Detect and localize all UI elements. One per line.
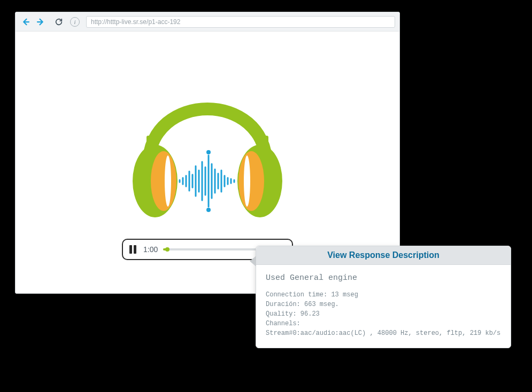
popover-title: View Response Description [256, 246, 511, 265]
resp-line: Channels: [266, 319, 501, 328]
resp-line: Connection time: 13 mseg [266, 290, 501, 300]
resp-line: Quality: 96.23 [266, 309, 501, 319]
pause-button[interactable] [129, 245, 138, 254]
engine-line: Used General engine [266, 272, 501, 285]
svg-point-26 [206, 150, 211, 154]
progress-thumb[interactable] [165, 247, 169, 252]
svg-point-5 [244, 155, 250, 207]
svg-point-2 [165, 155, 171, 207]
back-button[interactable] [20, 16, 32, 28]
progress-bar[interactable] [163, 248, 269, 250]
info-icon[interactable]: i [70, 17, 80, 27]
forward-button[interactable] [35, 16, 47, 28]
svg-rect-6 [147, 136, 152, 143]
popover-arrow-icon [250, 256, 256, 266]
svg-point-1 [151, 151, 176, 211]
resp-line: Duración: 663 mseg. [266, 300, 501, 309]
svg-rect-7 [263, 136, 268, 143]
response-popover: View Response Description Used General e… [256, 246, 511, 348]
browser-toolbar: i http://htttp-live.sr.se/p1-acc-192 [16, 12, 399, 32]
url-text: http://htttp-live.sr.se/p1-acc-192 [91, 18, 180, 26]
svg-point-27 [206, 208, 211, 212]
popover-body: Used General engine Connection time: 13 … [256, 265, 511, 348]
headphones-illustration [117, 48, 298, 229]
resp-line: Stream#0:aac/audio:aac(LC) , 48000 Hz, s… [266, 328, 501, 338]
reload-button[interactable] [53, 16, 65, 28]
playback-time: 1:00 [143, 245, 158, 254]
svg-point-4 [238, 151, 264, 211]
address-bar[interactable]: http://htttp-live.sr.se/p1-acc-192 [86, 16, 395, 28]
